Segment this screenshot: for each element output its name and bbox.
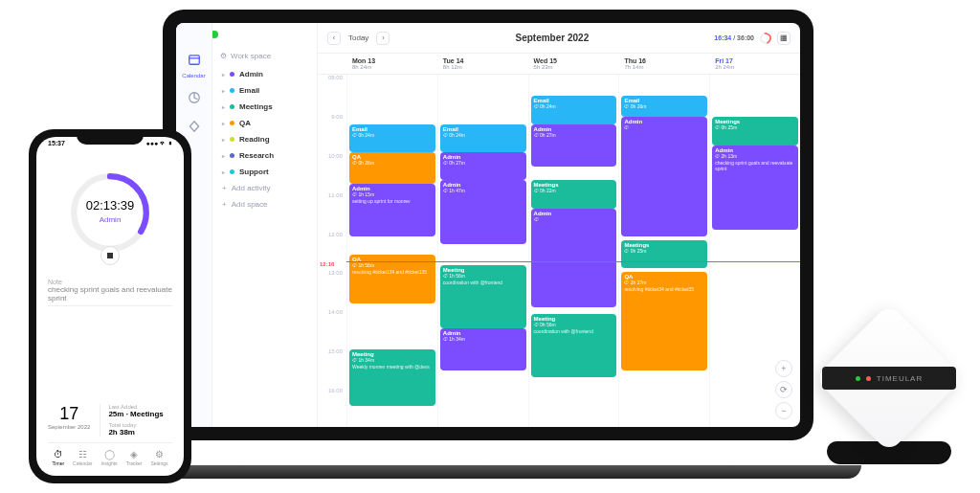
calendar-event[interactable]: Admin⏱ 1h 47m [440, 180, 526, 243]
note-input[interactable]: checking sprint goals and reevaluate spr… [48, 285, 172, 306]
day-label: Fri 17 [715, 57, 794, 64]
chevron-right-icon: ▸ [222, 152, 225, 159]
event-duration: ⏱ 0h 25m [624, 248, 704, 254]
calendar-event[interactable]: QA⏱ 0h 26m [349, 152, 435, 184]
chevron-right-icon: ▸ [222, 120, 225, 126]
chevron-right-icon: ▸ [222, 87, 225, 94]
calendar-event[interactable]: Meeting⏱ 1h 34mWeekly monrev meeting wit… [349, 349, 435, 406]
calendar-icon[interactable] [185, 50, 204, 69]
calendar-event[interactable]: Meetings⏱ 0h 22m [531, 180, 617, 208]
day-header[interactable]: Mon 138h 24m [346, 54, 437, 74]
sidebar: ⚙ Work space ▸Admin▸Email▸Meetings▸QA▸Re… [212, 23, 318, 427]
day-header[interactable]: Fri 172h 24m [709, 54, 800, 74]
day-columns: Email⏱ 0h 24mQA⏱ 0h 26mAdmin⏱ 1h 15msett… [346, 75, 800, 427]
day-total: 8h 12m [443, 64, 523, 70]
activity-item[interactable]: ▸Reading [220, 131, 309, 147]
calendar-event[interactable]: Email⏱ 0h 24m [531, 96, 617, 123]
tab-insights[interactable]: ◯Insights [100, 449, 117, 466]
tab-timer[interactable]: ⏱Timer [53, 449, 65, 466]
zoom-in-button[interactable]: + [775, 360, 792, 377]
calendar-event[interactable]: Email⏱ 0h 24m [349, 124, 435, 152]
day-header[interactable]: Wed 155h 23m [528, 54, 619, 74]
activity-item[interactable]: ▸Admin [220, 66, 309, 82]
calendar-event[interactable]: Admin⏱ [531, 209, 617, 307]
tab-tracker[interactable]: ◈Tracker [126, 449, 143, 466]
activity-color-icon [230, 121, 234, 125]
event-note: coordination with @frontend [534, 328, 614, 334]
workspace-header[interactable]: ⚙ Work space [220, 52, 309, 60]
activity-name: Reading [239, 135, 270, 144]
calendar-event[interactable]: Admin⏱ 0h 27m [440, 152, 526, 180]
zoom-out-button[interactable]: − [775, 402, 792, 419]
calendar-event[interactable]: Meetings⏱ 0h 25m [621, 240, 707, 268]
timer-icon: ⏱ [54, 449, 63, 459]
day-header[interactable]: Thu 167h 14m [618, 54, 709, 74]
add-activity-button[interactable]: +Add activity [220, 180, 309, 196]
settings-icon: ⚙ [155, 449, 164, 459]
event-duration: ⏱ 0h 24m [443, 132, 523, 138]
calendar-event[interactable]: Meetings⏱ 0h 25m [712, 117, 798, 145]
activity-color-icon [230, 153, 234, 158]
today-button[interactable]: Today [345, 34, 372, 42]
chevron-right-icon: ▸ [222, 168, 225, 175]
tab-settings[interactable]: ⚙Settings [150, 449, 167, 466]
calendar-event[interactable]: Meeting⏱ 1h 56mcoordination with @fronte… [440, 265, 526, 328]
timer-ring: 02:13:39 Admin [67, 169, 153, 256]
day-total: 8h 24m [352, 64, 432, 70]
day-column[interactable]: Email⏱ 0h 26mAdmin⏱ Meetings⏱ 0h 25mQA⏱ … [618, 75, 709, 427]
event-duration: ⏱ 1h 47m [443, 188, 523, 193]
goal-time: 36:00 [737, 34, 754, 41]
activity-item[interactable]: ▸Research [220, 147, 309, 164]
calendar-event[interactable]: Admin⏱ 1h 15msetting up sprint for monre… [349, 184, 435, 236]
time-slot-label: 13:00 [318, 270, 346, 309]
activity-name: Admin [239, 70, 263, 78]
add-space-label: Add space [232, 200, 268, 209]
tab-label: Settings [150, 460, 167, 466]
activity-item[interactable]: ▸Support [220, 164, 309, 180]
tab-label: Calendar [73, 460, 92, 466]
calendar-event[interactable]: Meeting⏱ 0h 56mcoordination with @fronte… [531, 314, 617, 377]
event-duration: ⏱ 0h 26m [624, 103, 704, 109]
event-note: coordination with @frontend [443, 280, 523, 285]
main-panel: ‹ Today › September 2022 16:34 / 36:00 ▦… [318, 23, 800, 427]
laptop-device: Calendar ⚙ Work space ▸Admin▸Email▸Meeti… [144, 0, 833, 479]
phone-notch [77, 129, 144, 145]
activity-item[interactable]: ▸QA [220, 115, 309, 131]
activity-color-icon [230, 104, 234, 109]
calendar-event[interactable]: Admin⏱ 1h 34m [440, 328, 526, 370]
insights-icon[interactable] [185, 88, 204, 107]
calendar-event[interactable]: Email⏱ 0h 24m [440, 124, 526, 152]
calendar-event[interactable]: Admin⏱ 0h 27m [531, 124, 617, 167]
calendar-event[interactable]: Admin⏱ [621, 117, 707, 236]
time-slot-label: 14:00 [318, 309, 346, 348]
event-duration: ⏱ 0h 22m [534, 188, 614, 193]
reset-zoom-button[interactable]: ⟳ [775, 381, 792, 398]
plus-icon: + [222, 200, 227, 209]
day-column[interactable]: Email⏱ 0h 24mAdmin⏱ 0h 27mMeetings⏱ 0h 2… [528, 75, 619, 427]
tracker-brand: TIMEULAR [877, 374, 923, 383]
day-column[interactable]: Email⏱ 0h 24mAdmin⏱ 0h 27mAdmin⏱ 1h 47mM… [437, 75, 528, 427]
activity-item[interactable]: ▸Email [220, 82, 309, 99]
calendar-event[interactable]: Admin⏱ 2h 13mchecking sprint goals and r… [712, 146, 798, 230]
event-duration: ⏱ [534, 216, 614, 222]
next-week-button[interactable]: › [376, 32, 390, 45]
calendar-event[interactable]: QA⏱ 2h 27mresolving #ticket34 and #ticke… [621, 272, 707, 370]
last-added-value: 25m · Meetings [108, 410, 163, 418]
nav-label-calendar: Calendar [182, 73, 205, 78]
day-header[interactable]: Tue 148h 12m [437, 54, 528, 74]
prev-week-button[interactable]: ‹ [327, 32, 341, 45]
tracked-time: 16:34 [714, 34, 731, 41]
now-indicator: 12:16 [346, 261, 800, 262]
activity-item[interactable]: ▸Meetings [220, 99, 309, 115]
datepicker-button[interactable]: ▦ [777, 32, 791, 45]
workspace-label: Work space [231, 52, 271, 60]
add-space-button[interactable]: +Add space [220, 196, 309, 213]
event-note: resolving #ticket134 and #ticket135 [352, 269, 433, 275]
tab-calendar[interactable]: ☷Calendar [73, 449, 92, 466]
event-note: setting up sprint for monrev [352, 198, 433, 204]
date-year: 2022 [78, 424, 90, 430]
stop-button[interactable] [100, 246, 120, 265]
calendar-event[interactable]: Email⏱ 0h 26m [621, 96, 707, 117]
day-column[interactable]: Email⏱ 0h 24mQA⏱ 0h 26mAdmin⏱ 1h 15msett… [346, 75, 437, 427]
led-green-icon [856, 376, 860, 381]
